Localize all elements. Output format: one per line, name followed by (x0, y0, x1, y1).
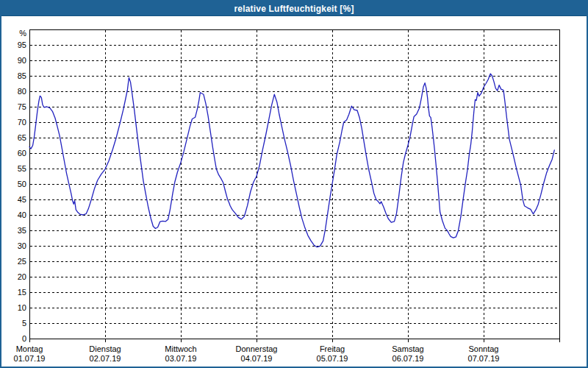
x-date-label: 03.07.19 (165, 354, 197, 363)
x-day-label: Montag (16, 344, 43, 353)
humidity-series-line (29, 74, 554, 247)
y-tick-label: 95 (18, 40, 26, 49)
y-tick-label: 5 (22, 319, 26, 328)
x-date-label: 06.07.19 (392, 354, 424, 363)
y-tick-label: 30 (18, 241, 26, 250)
y-tick-label: 40 (18, 210, 26, 219)
y-axis-unit-label: % (19, 29, 26, 38)
x-date-label: 05.07.19 (317, 354, 348, 363)
window-frame: relative Luftfeuchtigkeit [%] 0510152025… (0, 0, 588, 368)
title-bar: relative Luftfeuchtigkeit [%] (1, 0, 587, 16)
y-tick-label: 60 (18, 149, 26, 158)
y-tick-label: 55 (18, 164, 26, 173)
x-date-label: 02.07.19 (90, 354, 121, 363)
y-tick-label: 85 (18, 71, 26, 80)
x-date-label: 01.07.19 (14, 354, 46, 363)
y-tick-label: 90 (18, 56, 26, 65)
y-tick-label: 75 (18, 102, 26, 111)
y-tick-label: 20 (18, 272, 26, 281)
y-tick-label: 65 (18, 133, 26, 142)
x-day-label: Samstag (392, 344, 423, 353)
x-day-label: Donnerstag (236, 344, 278, 353)
y-tick-label: 0 (22, 334, 26, 343)
y-tick-label: 25 (18, 257, 26, 266)
y-tick-label: 10 (18, 303, 26, 312)
x-day-label: Freitag (320, 344, 345, 353)
y-tick-label: 15 (18, 288, 26, 297)
humidity-line-chart: 05101520253035404550556065707580859095%M… (1, 16, 587, 365)
x-day-label: Dienstag (89, 344, 121, 353)
y-tick-label: 35 (18, 226, 26, 235)
x-day-label: Mittwoch (165, 344, 196, 353)
y-tick-label: 45 (18, 195, 26, 204)
window-title: relative Luftfeuchtigkeit [%] (234, 4, 354, 14)
x-day-label: Sonntag (469, 344, 499, 353)
chart-area: 05101520253035404550556065707580859095%M… (1, 16, 587, 365)
y-tick-label: 70 (18, 118, 26, 127)
x-date-label: 07.07.19 (468, 354, 500, 363)
y-tick-label: 50 (18, 180, 26, 188)
x-date-label: 04.07.19 (241, 354, 273, 363)
y-tick-label: 80 (18, 87, 26, 96)
